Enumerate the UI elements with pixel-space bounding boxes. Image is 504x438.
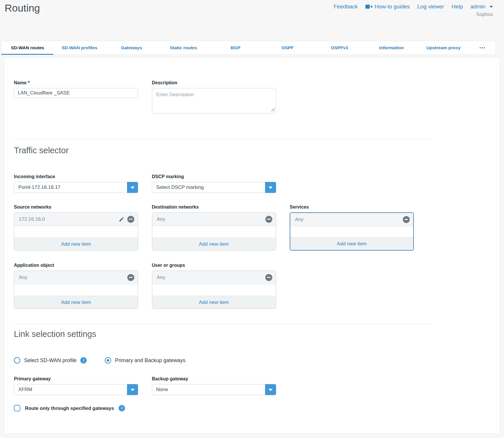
services-listbox: Any Add new item xyxy=(290,212,414,251)
howto-guides-label: How-to guides xyxy=(375,3,410,10)
remove-icon[interactable] xyxy=(403,216,410,223)
list-item-value: Any xyxy=(157,216,262,222)
source-networks-label: Source networks xyxy=(14,205,138,210)
remove-icon[interactable] xyxy=(127,216,134,223)
help-link[interactable]: Help xyxy=(452,3,463,10)
radio-label: Select SD-WAN profile xyxy=(24,357,77,364)
description-label: Description xyxy=(152,80,276,85)
add-new-item-button[interactable]: Add new item xyxy=(14,238,138,250)
list-item: Any xyxy=(152,271,276,284)
user-groups-group: User or groups Any Add new item xyxy=(152,263,276,309)
radio-icon[interactable] xyxy=(14,357,20,364)
list-item: 172.16.16.0 xyxy=(14,213,138,226)
radio-select-sdwan-profile[interactable]: Select SD-WAN profile i xyxy=(14,357,87,364)
backup-gateway-select[interactable]: None xyxy=(152,384,276,395)
application-object-listbox: Any Add new item xyxy=(14,271,138,309)
user-groups-listbox: Any Add new item xyxy=(152,271,276,309)
list-item: Any xyxy=(290,213,413,226)
radio-icon[interactable] xyxy=(105,357,111,364)
tab-ospfv3[interactable]: OSPFv3 xyxy=(313,41,365,54)
description-field-group: Description xyxy=(152,80,276,115)
info-icon[interactable]: i xyxy=(80,357,87,364)
dscp-marking-label: DSCP marking xyxy=(152,174,276,179)
dropdown-button[interactable] xyxy=(127,182,138,193)
tab-static-routes[interactable]: Static routes xyxy=(157,41,209,54)
top-header: Routing Feedback How-to guides Log viewe… xyxy=(0,0,504,41)
header-links: Feedback How-to guides Log viewer Help a… xyxy=(333,3,493,10)
tab-gateways[interactable]: Gateways xyxy=(106,41,157,54)
user-groups-label: User or groups xyxy=(152,263,276,268)
dropdown-button[interactable] xyxy=(265,182,276,193)
howto-guides-link[interactable]: How-to guides xyxy=(365,3,410,10)
tab-upstream-proxy[interactable]: Upstream proxy xyxy=(418,41,469,54)
incoming-interface-value: Port4-172.16.16.17 xyxy=(14,185,127,190)
dropdown-button[interactable] xyxy=(265,384,276,395)
list-item-value: Any xyxy=(295,217,400,222)
chevron-down-icon xyxy=(269,389,273,391)
tab-sdwan-routes[interactable]: SD-WAN routes xyxy=(1,41,53,54)
add-new-item-button[interactable]: Add new item xyxy=(290,237,413,250)
chevron-down-icon xyxy=(490,6,493,8)
backup-gateway-label: Backup gateway xyxy=(152,376,276,382)
tab-sdwan-profiles[interactable]: SD-WAN profiles xyxy=(53,41,105,54)
primary-gateway-select[interactable]: XFRM xyxy=(14,384,138,395)
tab-ospf[interactable]: OSPF xyxy=(262,41,313,54)
primary-gateway-label: Primary gateway xyxy=(14,376,138,382)
list-item: Any xyxy=(152,213,276,226)
destination-networks-listbox: Any Add new item xyxy=(152,212,276,251)
dropdown-button[interactable] xyxy=(127,384,138,395)
feedback-link[interactable]: Feedback xyxy=(333,3,358,10)
backup-gateway-value: None xyxy=(152,387,265,393)
route-only-checkbox[interactable] xyxy=(14,405,20,411)
info-icon[interactable]: i xyxy=(119,405,125,411)
description-textarea[interactable] xyxy=(152,88,276,114)
tab-overflow-menu[interactable]: ••• xyxy=(469,41,496,54)
source-networks-group: Source networks 172.16.16.0 Add new item xyxy=(14,205,138,251)
destination-networks-group: Destination networks Any Add new item xyxy=(152,205,276,251)
traffic-selector-heading: Traffic selector xyxy=(14,145,432,156)
chevron-down-icon xyxy=(130,187,135,189)
admin-user-menu[interactable]: admin xyxy=(470,3,493,10)
video-camera-icon xyxy=(365,4,372,9)
backup-gateway-group: Backup gateway None xyxy=(152,376,276,395)
tab-bar: SD-WAN routes SD-WAN profiles Gateways S… xyxy=(1,41,496,55)
tab-bgp[interactable]: BGP xyxy=(209,41,261,54)
remove-icon[interactable] xyxy=(265,216,272,223)
services-group: Services Any Add new item xyxy=(290,205,414,251)
radio-primary-backup-gateways[interactable]: Primary and Backup gateways xyxy=(105,357,185,364)
chevron-down-icon xyxy=(130,389,135,391)
tab-information[interactable]: Information xyxy=(365,41,417,54)
name-input[interactable] xyxy=(14,88,138,98)
content-card: Name * Description Traffic selector Inco… xyxy=(4,57,500,434)
add-new-item-button[interactable]: Add new item xyxy=(152,296,276,309)
radio-label: Primary and Backup gateways xyxy=(115,357,185,364)
admin-user-label: admin xyxy=(470,3,485,10)
list-item-value: Any xyxy=(157,275,262,280)
route-only-checkbox-label: Route only through specified gateways xyxy=(25,406,114,411)
primary-gateway-group: Primary gateway XFRM xyxy=(14,376,138,395)
log-viewer-link[interactable]: Log viewer xyxy=(417,3,444,10)
list-item: Any xyxy=(14,271,138,284)
page-title: Routing xyxy=(5,2,40,14)
destination-networks-label: Destination networks xyxy=(152,205,276,210)
add-new-item-button[interactable]: Add new item xyxy=(14,296,138,309)
add-new-item-button[interactable]: Add new item xyxy=(152,238,276,250)
incoming-interface-select[interactable]: Port4-172.16.16.17 xyxy=(14,182,138,193)
name-field-group: Name * xyxy=(14,80,138,115)
section-divider xyxy=(14,324,432,324)
brand-label: Sophos xyxy=(476,12,493,17)
remove-icon[interactable] xyxy=(127,274,134,281)
application-object-label: Application object xyxy=(14,263,138,268)
remove-icon[interactable] xyxy=(265,274,272,281)
primary-gateway-value: XFRM xyxy=(14,387,127,393)
list-item-value: 172.16.16.0 xyxy=(19,216,116,222)
list-item-value: Any xyxy=(19,275,124,280)
name-label: Name * xyxy=(14,80,138,85)
dscp-marking-group: DSCP marking Select DSCP marking xyxy=(152,174,276,193)
chevron-down-icon xyxy=(269,187,273,189)
source-networks-listbox: 172.16.16.0 Add new item xyxy=(14,212,138,251)
application-object-group: Application object Any Add new item xyxy=(14,263,138,309)
dscp-marking-select[interactable]: Select DSCP marking xyxy=(152,182,276,193)
edit-icon[interactable] xyxy=(119,216,124,222)
incoming-interface-group: Incoming interface Port4-172.16.16.17 xyxy=(14,174,138,193)
